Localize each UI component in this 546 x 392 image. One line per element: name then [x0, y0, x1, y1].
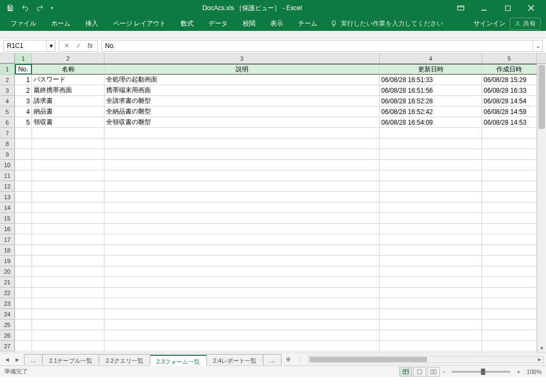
- empty-cell[interactable]: [105, 341, 380, 352]
- cell-desc[interactable]: 全納品書の雛型: [105, 107, 380, 117]
- cell-no[interactable]: 3: [15, 96, 32, 107]
- empty-cell[interactable]: [380, 341, 482, 352]
- empty-cell[interactable]: [32, 277, 105, 288]
- zoom-slider[interactable]: [452, 371, 510, 373]
- empty-cell[interactable]: [15, 245, 32, 256]
- tab-page-layout[interactable]: ページ レイアウト: [106, 16, 173, 31]
- tab-home[interactable]: ホーム: [44, 16, 78, 31]
- empty-cell[interactable]: [15, 170, 32, 181]
- empty-cell[interactable]: [105, 266, 380, 277]
- empty-cell[interactable]: [15, 330, 32, 341]
- row-header[interactable]: 21: [0, 277, 15, 288]
- cell-name-header[interactable]: 名称: [32, 64, 105, 75]
- cell-upd-header[interactable]: 更新日時: [380, 64, 482, 75]
- empty-cell[interactable]: [482, 224, 537, 234]
- empty-cell[interactable]: [105, 320, 380, 330]
- cell-name[interactable]: パスワード: [32, 75, 105, 85]
- row-header[interactable]: 8: [0, 138, 15, 149]
- view-page-layout-icon[interactable]: [413, 367, 426, 377]
- tell-me-search[interactable]: 実行したい作業を入力してください: [330, 19, 443, 28]
- row-header[interactable]: 15: [0, 213, 15, 224]
- ribbon-display-icon[interactable]: [449, 1, 472, 15]
- cell-desc[interactable]: 全請求書の雛型: [105, 96, 380, 107]
- row-header[interactable]: 11: [0, 170, 15, 181]
- tab-file[interactable]: ファイル: [3, 16, 44, 31]
- share-button[interactable]: 共有: [510, 18, 541, 30]
- empty-cell[interactable]: [15, 192, 32, 202]
- cell-upd[interactable]: 06/08/28 16:54:09: [380, 117, 482, 128]
- empty-cell[interactable]: [15, 213, 32, 224]
- empty-cell[interactable]: [32, 160, 105, 170]
- empty-cell[interactable]: [482, 181, 537, 192]
- cell-cre[interactable]: 06/08/28 16:33: [482, 85, 537, 96]
- sheet-tab-2[interactable]: 2.3フォーム一覧: [150, 355, 207, 366]
- empty-cell[interactable]: [482, 341, 537, 352]
- empty-cell[interactable]: [482, 192, 537, 202]
- cell-name[interactable]: 最終携帯画面: [32, 85, 105, 96]
- empty-cell[interactable]: [105, 298, 380, 309]
- row-header[interactable]: 4: [0, 96, 15, 107]
- empty-cell[interactable]: [482, 245, 537, 256]
- empty-cell[interactable]: [32, 213, 105, 224]
- save-icon[interactable]: [3, 2, 17, 14]
- row-header[interactable]: 2: [0, 75, 15, 85]
- empty-cell[interactable]: [380, 138, 482, 149]
- empty-cell[interactable]: [105, 256, 380, 266]
- empty-cell[interactable]: [482, 160, 537, 170]
- sheet-tab-1[interactable]: 2.2クエリ一覧: [99, 354, 150, 365]
- empty-cell[interactable]: [482, 138, 537, 149]
- empty-cell[interactable]: [15, 224, 32, 234]
- hscroll-thumb[interactable]: [310, 357, 427, 362]
- empty-cell[interactable]: [482, 277, 537, 288]
- empty-cell[interactable]: [15, 309, 32, 320]
- empty-cell[interactable]: [105, 149, 380, 160]
- add-sheet-icon[interactable]: ⊕: [282, 353, 295, 365]
- empty-cell[interactable]: [380, 213, 482, 224]
- cell-name[interactable]: 納品書: [32, 107, 105, 117]
- tab-review[interactable]: 校閲: [235, 16, 263, 31]
- cell-cre[interactable]: 06/08/28 14:59: [482, 107, 537, 117]
- row-header[interactable]: 5: [0, 107, 15, 117]
- empty-cell[interactable]: [32, 128, 105, 138]
- tab-insert[interactable]: 挿入: [78, 16, 106, 31]
- empty-cell[interactable]: [15, 288, 32, 298]
- row-header[interactable]: 20: [0, 266, 15, 277]
- tab-team[interactable]: チーム: [291, 16, 325, 31]
- empty-cell[interactable]: [105, 245, 380, 256]
- row-header[interactable]: 9: [0, 149, 15, 160]
- empty-cell[interactable]: [380, 149, 482, 160]
- row-header[interactable]: 10: [0, 160, 15, 170]
- sheet-nav-prev-icon[interactable]: ◄: [4, 356, 10, 363]
- empty-cell[interactable]: [482, 288, 537, 298]
- cell-no[interactable]: 4: [15, 107, 32, 117]
- sheet-nav-next-icon[interactable]: ►: [14, 356, 20, 363]
- redo-icon[interactable]: [33, 2, 47, 14]
- horizontal-scrollbar[interactable]: ◄ ►: [308, 356, 544, 363]
- empty-cell[interactable]: [32, 256, 105, 266]
- row-header[interactable]: 19: [0, 256, 15, 266]
- empty-cell[interactable]: [380, 224, 482, 234]
- cell-cre[interactable]: 06/08/28 14:53: [482, 117, 537, 128]
- sheet-tab-ellipsis-right[interactable]: ...: [263, 354, 282, 365]
- empty-cell[interactable]: [380, 245, 482, 256]
- tab-data[interactable]: データ: [201, 16, 235, 31]
- scroll-right-icon[interactable]: ►: [536, 356, 543, 363]
- cell-no[interactable]: 5: [15, 117, 32, 128]
- empty-cell[interactable]: [380, 202, 482, 213]
- empty-cell[interactable]: [380, 256, 482, 266]
- sheet-tab-0[interactable]: 2.1テーブル一覧: [42, 354, 99, 365]
- sheet-tab-ellipsis-left[interactable]: ...: [24, 354, 43, 365]
- empty-cell[interactable]: [482, 234, 537, 245]
- empty-cell[interactable]: [380, 309, 482, 320]
- row-header[interactable]: 22: [0, 288, 15, 298]
- empty-cell[interactable]: [15, 277, 32, 288]
- empty-cell[interactable]: [380, 234, 482, 245]
- row-header[interactable]: 12: [0, 181, 15, 192]
- view-page-break-icon[interactable]: [427, 367, 440, 377]
- empty-cell[interactable]: [105, 288, 380, 298]
- select-all-triangle[interactable]: [0, 53, 15, 63]
- undo-icon[interactable]: [18, 2, 32, 14]
- sheet-tab-3[interactable]: 2.4レポート一覧: [206, 354, 263, 365]
- empty-cell[interactable]: [482, 330, 537, 341]
- cell-name[interactable]: 領収書: [32, 117, 105, 128]
